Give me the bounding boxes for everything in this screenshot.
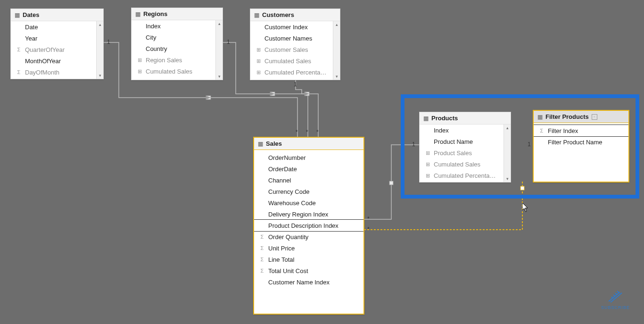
table-header[interactable]: ▦ Filter Products ▫ xyxy=(534,111,628,123)
field-label: Customer Name Index xyxy=(268,279,330,286)
table-icon: ▦ xyxy=(537,114,543,120)
table-products[interactable]: ▦ Products Index Product Name ⊞Product S… xyxy=(419,112,511,183)
watermark-text: SUBSCRIBE xyxy=(601,305,630,310)
field-label: City xyxy=(146,34,156,41)
field-item[interactable]: Filter Product Name xyxy=(534,136,628,148)
scrollbar[interactable]: ▴▾ xyxy=(333,21,340,80)
measure-icon: ⊞ xyxy=(424,150,431,156)
field-item[interactable]: ⊞Cumulated Sales xyxy=(250,55,340,66)
field-item[interactable]: Index xyxy=(132,20,223,32)
table-icon: ▦ xyxy=(15,12,20,18)
scroll-down-icon[interactable]: ▾ xyxy=(97,72,103,79)
field-label: Customer Index xyxy=(264,24,308,31)
field-item[interactable]: Customer Names xyxy=(250,33,340,44)
table-header[interactable]: ▦ Sales xyxy=(254,138,363,150)
table-title: Dates xyxy=(23,11,39,18)
field-list[interactable]: OrderNumber OrderDate Channel Currency C… xyxy=(254,150,363,314)
field-item[interactable]: ΣLine Total xyxy=(254,254,363,265)
scrollbar[interactable]: ▴▾ xyxy=(96,21,103,79)
field-list[interactable]: ΣFilter Index Filter Product Name xyxy=(534,123,628,182)
field-item[interactable]: ΣUnit Price xyxy=(254,242,363,254)
table-header[interactable]: ▦ Products xyxy=(420,112,511,125)
table-icon: ▦ xyxy=(254,12,259,18)
field-item[interactable]: Customer Name Index xyxy=(254,276,363,288)
table-title: Sales xyxy=(266,140,282,147)
field-item[interactable]: ⊞Cumulated Sales xyxy=(420,158,511,170)
field-item[interactable]: ΣTotal Unit Cost xyxy=(254,265,363,276)
field-item[interactable]: Year xyxy=(11,33,103,44)
field-item[interactable]: Customer Index xyxy=(250,21,340,33)
svg-marker-5 xyxy=(305,92,309,96)
field-label: Customer Names xyxy=(264,35,312,42)
field-item[interactable]: ⊞Product Sales xyxy=(420,147,511,158)
table-regions[interactable]: ▦ Regions Index City Country ⊞Region Sal… xyxy=(131,8,223,80)
field-item[interactable]: ΣDayOfMonth xyxy=(11,66,103,78)
field-list[interactable]: Index Product Name ⊞Product Sales ⊞Cumul… xyxy=(420,125,511,182)
table-sales[interactable]: ▦ Sales OrderNumber OrderDate Channel Cu… xyxy=(253,137,364,315)
field-label: Channel xyxy=(268,177,291,184)
field-item[interactable]: Delivery Region Index xyxy=(254,208,363,220)
field-item[interactable]: ⊞Customer Sales xyxy=(250,44,340,55)
table-header[interactable]: ▦ Customers xyxy=(250,9,340,21)
field-item[interactable]: ⊞Cumulated Percenta… xyxy=(420,170,511,181)
scroll-down-icon[interactable]: ▾ xyxy=(333,73,340,80)
field-item[interactable]: Country xyxy=(132,43,223,54)
field-label: Cumulated Percenta… xyxy=(264,69,327,76)
scroll-down-icon[interactable]: ▾ xyxy=(504,175,511,182)
field-item[interactable]: ⊞Region Sales xyxy=(132,54,223,66)
field-label: Unit Price xyxy=(268,245,295,252)
table-header[interactable]: ▦ Regions xyxy=(132,8,223,20)
field-label: Index xyxy=(434,127,449,134)
field-label: DayOfMonth xyxy=(25,69,59,76)
cardinality-one: 1 xyxy=(107,39,110,45)
field-item[interactable]: Currency Code xyxy=(254,186,363,197)
scroll-up-icon[interactable]: ▴ xyxy=(504,125,511,131)
scrollbar[interactable]: ▴▾ xyxy=(504,125,511,182)
scroll-up-icon[interactable]: ▴ xyxy=(216,20,223,27)
sigma-icon: Σ xyxy=(259,257,265,262)
table-header[interactable]: ▦ Dates xyxy=(11,9,103,21)
cardinality-many: * xyxy=(367,216,370,222)
field-item[interactable]: Index xyxy=(420,125,511,136)
field-item[interactable]: OrderNumber xyxy=(254,152,363,163)
field-list[interactable]: Customer Index Customer Names ⊞Customer … xyxy=(250,21,340,80)
scroll-down-icon[interactable]: ▾ xyxy=(216,73,223,80)
field-list[interactable]: Date Year ΣQuarterOfYear MonthOfYear ΣDa… xyxy=(11,21,103,79)
measure-icon: ⊞ xyxy=(255,47,262,53)
table-icon: ▦ xyxy=(135,11,140,17)
field-item[interactable]: ⊞Cumulated Percenta… xyxy=(250,66,340,78)
scroll-up-icon[interactable]: ▴ xyxy=(333,21,340,28)
field-label: Index xyxy=(146,23,161,30)
field-item-selected[interactable]: Product Description Index xyxy=(254,219,363,232)
field-item[interactable]: City xyxy=(132,32,223,43)
field-item-selected[interactable]: ΣFilter Index xyxy=(534,125,628,137)
table-customers[interactable]: ▦ Customers Customer Index Customer Name… xyxy=(250,8,340,80)
cardinality-many: * xyxy=(306,129,308,135)
scrollbar[interactable]: ▴▾ xyxy=(215,20,223,80)
field-item[interactable]: ⊞Cumulated Sales xyxy=(132,66,223,77)
field-item[interactable]: Date xyxy=(11,21,103,33)
field-item[interactable]: OrderDate xyxy=(254,163,363,174)
sigma-icon: Σ xyxy=(16,69,22,75)
field-label: Line Total xyxy=(268,256,294,263)
mouse-cursor xyxy=(522,203,529,212)
field-item[interactable]: ΣQuarterOfYear xyxy=(11,44,103,55)
collapse-icon[interactable]: ▫ xyxy=(592,114,597,120)
field-list[interactable]: Index City Country ⊞Region Sales ⊞Cumula… xyxy=(132,20,223,80)
field-label: Country xyxy=(146,45,167,52)
field-item[interactable]: Product Name xyxy=(420,136,511,147)
table-title: Regions xyxy=(143,10,167,17)
table-filter-products[interactable]: ▦ Filter Products ▫ ΣFilter Index Filter… xyxy=(533,110,629,183)
field-item[interactable]: MonthOfYear xyxy=(11,55,103,66)
field-item[interactable]: Channel xyxy=(254,174,363,186)
field-item[interactable]: ΣOrder Quantity xyxy=(254,231,363,242)
table-dates[interactable]: ▦ Dates Date Year ΣQuarterOfYear MonthOf… xyxy=(10,8,104,79)
field-item[interactable]: Warehouse Code xyxy=(254,197,363,208)
sigma-icon: Σ xyxy=(259,268,265,274)
field-label: Delivery Region Index xyxy=(268,211,328,218)
cardinality-many: * xyxy=(316,129,319,135)
measure-icon: ⊞ xyxy=(136,68,143,75)
scroll-up-icon[interactable]: ▴ xyxy=(97,21,103,28)
svg-line-13 xyxy=(617,291,619,293)
measure-icon: ⊞ xyxy=(255,58,262,64)
